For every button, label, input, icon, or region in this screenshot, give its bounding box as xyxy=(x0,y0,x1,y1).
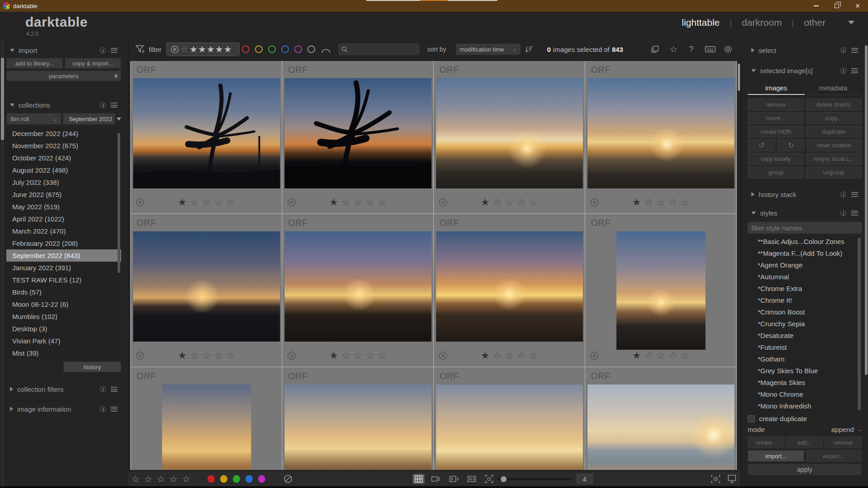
star-icon[interactable]: ☆ xyxy=(377,197,387,208)
image-thumbnail[interactable] xyxy=(284,385,431,470)
star-icon[interactable]: ☆ xyxy=(644,350,653,361)
focus-peaking-icon[interactable] xyxy=(711,474,721,483)
info-icon[interactable] xyxy=(100,47,106,53)
info-icon[interactable] xyxy=(840,47,846,53)
thumbnail-rating[interactable]: ★☆☆☆☆ xyxy=(131,350,282,361)
sort-select[interactable]: modification time ⌄ xyxy=(456,43,521,55)
style-item[interactable]: *Mono Infraredish xyxy=(748,400,862,412)
presets-menu-icon[interactable] xyxy=(851,68,858,73)
delete-trash--button[interactable]: delete (trash) xyxy=(806,99,862,111)
copy-import-button[interactable]: copy & import... xyxy=(65,58,121,69)
star-icon[interactable]: ☆ xyxy=(517,197,526,208)
star-icon[interactable]: ☆ xyxy=(644,197,653,208)
image-thumbnail[interactable] xyxy=(436,385,583,470)
zoom-slider-track[interactable] xyxy=(497,478,572,480)
style-import-button[interactable]: import... xyxy=(748,450,804,462)
image-thumbnail[interactable] xyxy=(133,231,280,342)
star-icon[interactable]: ☆ xyxy=(505,350,514,361)
style-item[interactable]: *Magenta Skies xyxy=(748,377,862,389)
star-zero-icon[interactable]: ☆ xyxy=(180,44,188,55)
image-thumbnail[interactable] xyxy=(587,78,734,188)
star-icon[interactable]: ★ xyxy=(632,197,641,208)
collection-filter-input[interactable]: September 2022 xyxy=(63,113,115,125)
filemanager-view-icon[interactable] xyxy=(413,474,425,484)
star-icon[interactable]: ★ xyxy=(178,197,187,208)
preferences-gear-icon[interactable] xyxy=(724,45,732,54)
image-cell[interactable]: ORF★☆☆☆☆ xyxy=(434,214,585,367)
help-icon[interactable]: ? xyxy=(689,45,693,54)
collection-item[interactable]: May 2022 (519) xyxy=(6,201,121,213)
image-thumbnail[interactable] xyxy=(284,231,431,342)
image-cell[interactable]: ORF★☆☆☆☆ xyxy=(585,367,737,470)
star-icon[interactable]: ★ xyxy=(329,350,338,361)
close-button[interactable]: × xyxy=(847,0,868,12)
copy--button[interactable]: copy... xyxy=(806,112,862,124)
import-section-header[interactable]: import xyxy=(6,44,121,56)
select-section-header[interactable]: select xyxy=(748,44,862,56)
filter-funnel-icon[interactable] xyxy=(135,45,145,54)
color-label-icon[interactable] xyxy=(258,475,265,483)
move--button[interactable]: move... xyxy=(748,112,804,124)
zoomable-lighttable-icon[interactable] xyxy=(431,475,440,483)
thumbnail-rating[interactable]: ★☆☆☆☆ xyxy=(585,197,736,208)
thumbnail-rating[interactable]: ★☆☆☆☆ xyxy=(434,350,585,361)
star-icon[interactable]: ☆ xyxy=(341,197,350,208)
window-titlebar[interactable]: darktable × xyxy=(0,0,868,12)
mode-select[interactable]: append ⌄ xyxy=(831,426,862,433)
star-icon[interactable]: ☆ xyxy=(190,197,199,208)
collapse-groupings-icon[interactable] xyxy=(651,45,660,53)
right-panel-scrollbar-thumb[interactable] xyxy=(865,45,868,375)
color-label-icon[interactable] xyxy=(245,475,253,483)
collection-item[interactable]: October 2022 (424) xyxy=(6,152,121,164)
ungroup-button[interactable]: ungroup xyxy=(806,166,862,178)
star-icon[interactable]: ★ xyxy=(189,44,198,55)
overlays-star-icon[interactable]: ☆ xyxy=(670,44,678,55)
color-label-icon[interactable] xyxy=(281,46,289,53)
color-label-arc-icon[interactable] xyxy=(321,46,331,53)
star-icon[interactable]: ☆ xyxy=(341,350,350,361)
info-icon[interactable] xyxy=(100,386,106,392)
star-icon[interactable]: ★ xyxy=(224,44,232,55)
image-thumbnail[interactable] xyxy=(284,78,431,188)
star-icon[interactable]: ☆ xyxy=(214,350,223,361)
filter-stars[interactable]: ★★★★★ xyxy=(189,44,232,55)
collection-item[interactable]: Moon 08-12-22 (6) xyxy=(6,298,121,310)
rotate-ccw-icon[interactable]: ↺ xyxy=(748,139,775,151)
info-icon[interactable] xyxy=(840,68,846,74)
image-cell[interactable]: ORF★☆☆☆☆ xyxy=(283,367,434,470)
thumbnail-rating[interactable]: ★☆☆☆☆ xyxy=(434,197,585,208)
star-icon[interactable]: ☆ xyxy=(668,350,677,361)
image-cell[interactable]: ORF★☆☆☆☆ xyxy=(585,214,737,367)
star-icon[interactable]: ☆ xyxy=(190,350,199,361)
collections-section-header[interactable]: collections xyxy=(6,99,121,111)
clear-color-label-icon[interactable] xyxy=(283,474,292,483)
image-cell[interactable]: ORF★☆☆☆☆ xyxy=(131,61,283,214)
star-icon[interactable]: ☆ xyxy=(529,350,538,361)
style-item[interactable]: *Grey Skies To Blue xyxy=(748,365,862,377)
parameters-button[interactable]: parameters xyxy=(6,70,121,81)
collection-item[interactable]: March 2022 (470) xyxy=(6,225,121,237)
style-item[interactable]: *Desaturate xyxy=(748,330,862,342)
star-icon[interactable]: ★ xyxy=(178,350,187,361)
tab-images[interactable]: images xyxy=(748,81,805,95)
style-item[interactable]: *Crunchy Sepia xyxy=(748,318,862,330)
collection-item[interactable]: September 2022 (843) xyxy=(6,249,121,262)
copy-locally-button[interactable]: copy locally xyxy=(748,153,804,165)
star-icon[interactable]: ☆ xyxy=(132,474,140,484)
style-item[interactable]: *Gotham xyxy=(748,353,862,365)
collection-item[interactable]: Birds (57) xyxy=(6,286,121,298)
star-icon[interactable]: ☆ xyxy=(656,350,665,361)
views-dropdown-icon[interactable] xyxy=(848,21,854,24)
presets-menu-icon[interactable] xyxy=(111,387,118,392)
star-icon[interactable]: ☆ xyxy=(517,350,526,361)
rating-filter[interactable]: ☆ ★★★★★ xyxy=(166,42,240,56)
collection-history-dropdown-icon[interactable] xyxy=(117,117,121,121)
group-button[interactable]: group xyxy=(748,166,804,178)
zoom-slider-thumb[interactable] xyxy=(501,476,507,482)
color-label-icon[interactable] xyxy=(307,46,315,53)
full-preview-icon[interactable] xyxy=(485,475,493,483)
style-remove-button[interactable]: remove xyxy=(825,436,862,448)
star-icon[interactable]: ☆ xyxy=(144,474,152,484)
thumbnail-rating[interactable]: ★☆☆☆☆ xyxy=(131,197,282,208)
star-icon[interactable]: ☆ xyxy=(668,197,677,208)
